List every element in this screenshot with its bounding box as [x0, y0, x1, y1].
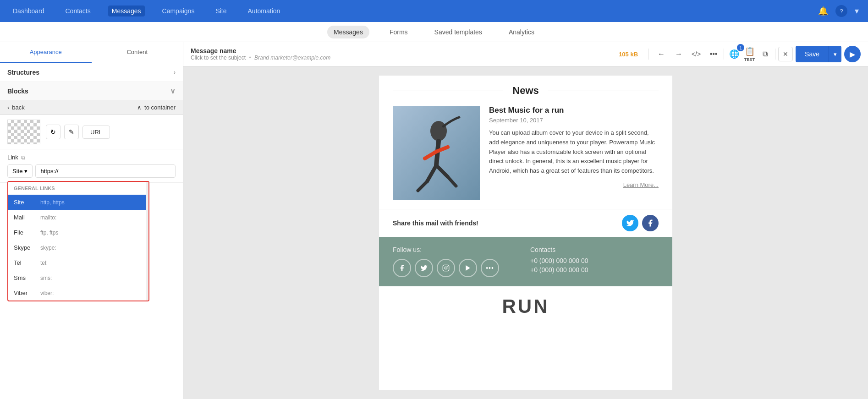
learn-more-link[interactable]: Learn More... — [489, 181, 659, 188]
subnav-analytics[interactable]: Analytics — [502, 26, 541, 38]
toolbar-divider-3 — [775, 49, 775, 60]
profile-dropdown[interactable]: ▾ — [855, 6, 859, 16]
dropdown-item-site-name: Site — [14, 199, 37, 206]
link-type-dropdown-menu: General links Site http, https Mail mail… — [7, 181, 149, 301]
left-panel: Appearance Content Structures › Blocks ∨… — [0, 42, 183, 399]
toolbar-actions: ← → </> ••• 🌐 1 📋 TEST ⧉ ✕ Save ▾ — [654, 46, 861, 62]
link-type-dropdown[interactable]: Site ▾ — [7, 164, 33, 178]
dropdown-item-mail-sub: mailto: — [40, 214, 56, 221]
nav-automation[interactable]: Automation — [244, 5, 284, 16]
message-name[interactable]: Message name — [191, 47, 613, 55]
follow-section: Follow us: — [379, 237, 672, 286]
sub-nav: Messages Forms Saved templates Analytics — [0, 22, 868, 42]
more-social-button[interactable]: ••• — [481, 259, 499, 277]
link-type-label: Site — [12, 168, 22, 175]
link-copy-icon: ⧉ — [21, 154, 25, 161]
blocks-arrow[interactable]: ∨ — [170, 87, 176, 95]
editor-toolbar: Message name Click to set the subject • … — [183, 42, 868, 66]
link-row: Site ▾ General links Site http, https Ma… — [7, 164, 176, 178]
structures-arrow[interactable]: › — [174, 69, 176, 76]
top-nav-right: 🔔 ? ▾ — [818, 5, 859, 17]
facebook-follow-icon[interactable] — [393, 259, 411, 277]
dropdown-scrollbar[interactable] — [146, 182, 148, 301]
image-area: ↻ ✎ URL — [0, 115, 183, 149]
nav-contacts[interactable]: Contacts — [62, 5, 94, 16]
blocks-section: Blocks ∨ — [0, 82, 183, 100]
link-url-input[interactable] — [35, 164, 176, 178]
blocks-label: Blocks — [7, 87, 28, 95]
dropdown-item-tel-sub: tel: — [40, 260, 48, 266]
right-content: Message name Click to set the subject • … — [183, 42, 868, 399]
article-text: Best Music for a run September 10, 2017 … — [489, 106, 659, 200]
subnav-forms[interactable]: Forms — [383, 26, 414, 38]
test-button[interactable]: 📋 TEST — [744, 46, 755, 62]
badge: 1 — [737, 44, 744, 51]
back-chevron-icon: ‹ — [7, 104, 9, 111]
news-header: News — [379, 76, 672, 101]
dropdown-item-viber-sub: viber: — [40, 290, 54, 296]
tab-content[interactable]: Content — [92, 42, 183, 63]
run-button[interactable]: ▶ — [844, 46, 861, 62]
save-dropdown-button[interactable]: ▾ — [829, 46, 841, 62]
toolbar-divider-2 — [724, 49, 724, 60]
youtube-follow-icon[interactable] — [459, 259, 477, 277]
facebook-share-button[interactable] — [642, 215, 659, 231]
nav-campaigns[interactable]: Campaigns — [159, 5, 198, 16]
message-info: Message name Click to set the subject • … — [191, 47, 613, 61]
email-body: News — [379, 76, 672, 390]
phone-1: +0 (000) 000 000 00 — [530, 257, 659, 264]
nav-messages[interactable]: Messages — [108, 5, 145, 16]
code-button[interactable]: </> — [689, 47, 703, 61]
url-button[interactable]: URL — [82, 126, 110, 139]
help-icon[interactable]: ? — [835, 5, 847, 17]
structures-label: Structures — [7, 69, 39, 76]
bell-icon[interactable]: 🔔 — [818, 6, 828, 16]
image-thumbnail — [7, 120, 40, 144]
separator: • — [249, 55, 251, 61]
link-section: Link ⧉ Site ▾ General links Site http, h… — [0, 149, 183, 183]
dropdown-group-label: General links — [8, 182, 148, 195]
edit-image-button[interactable]: ✎ — [64, 125, 79, 139]
top-nav: Dashboard Contacts Messages Campaigns Si… — [0, 0, 868, 22]
run-text: RUN — [502, 295, 549, 317]
svg-point-1 — [430, 121, 447, 141]
phone-2: +0 (000) 000 000 00 — [530, 266, 659, 273]
article-title: Best Music for a run — [489, 106, 659, 115]
nav-dashboard[interactable]: Dashboard — [9, 5, 48, 16]
refresh-image-button[interactable]: ↻ — [46, 125, 60, 139]
news-divider-left — [393, 91, 503, 91]
nav-site[interactable]: Site — [212, 5, 230, 16]
instagram-follow-icon[interactable] — [437, 259, 455, 277]
svg-marker-12 — [466, 265, 470, 271]
message-subject-text[interactable]: Click to set the subject — [191, 55, 246, 61]
subnav-saved-templates[interactable]: Saved templates — [428, 26, 489, 38]
dropdown-item-sms[interactable]: Sms sms: — [8, 270, 148, 285]
to-container-button[interactable]: ∧ to container — [137, 104, 176, 111]
dropdown-item-site[interactable]: Site http, https — [8, 195, 148, 210]
dropdown-item-viber[interactable]: Viber viber: — [8, 285, 148, 301]
undo-button[interactable]: ← — [654, 47, 669, 61]
twitter-follow-icon[interactable] — [415, 259, 433, 277]
panel-tabs: Appearance Content — [0, 42, 183, 63]
dropdown-item-tel[interactable]: Tel tel: — [8, 255, 148, 270]
subnav-messages[interactable]: Messages — [327, 26, 369, 38]
test-label: TEST — [744, 57, 755, 62]
share-text: Share this mail with friends! — [393, 219, 478, 227]
dropdown-item-mail[interactable]: Mail mailto: — [8, 210, 148, 225]
copy-button[interactable]: ⧉ — [758, 47, 772, 61]
save-button[interactable]: Save — [796, 46, 829, 62]
close-button[interactable]: ✕ — [778, 47, 793, 61]
back-button[interactable]: ‹ back — [7, 104, 25, 111]
more-options-button[interactable]: ••• — [706, 47, 721, 61]
social-share-buttons — [622, 215, 659, 231]
dropdown-item-viber-name: Viber — [14, 290, 37, 296]
tab-appearance[interactable]: Appearance — [0, 42, 92, 63]
article-image — [393, 106, 480, 200]
dropdown-item-skype[interactable]: Skype skype: — [8, 240, 148, 255]
follow-left: Follow us: — [393, 246, 521, 277]
dropdown-item-file[interactable]: File ftp, ftps — [8, 225, 148, 240]
article-excerpt: You can upload album cover to your devic… — [489, 128, 659, 176]
redo-button[interactable]: → — [671, 47, 686, 61]
twitter-share-button[interactable] — [622, 215, 638, 231]
back-to-container-bar: ‹ back ∧ to container — [0, 100, 183, 115]
